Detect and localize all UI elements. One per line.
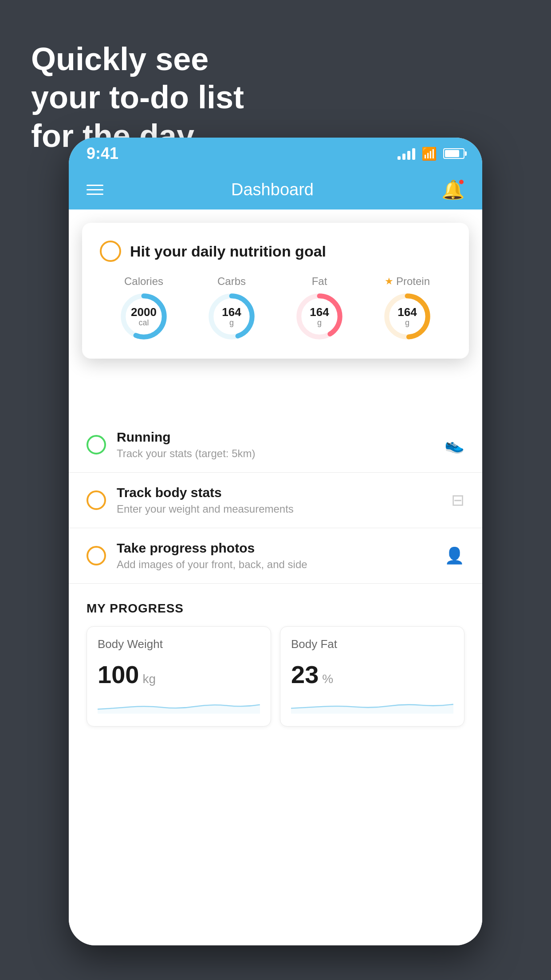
running-icon: 👟: [445, 435, 464, 454]
star-icon: ★: [385, 276, 394, 287]
body-weight-num: 100: [98, 660, 139, 689]
carbs-item: Carbs 164 g: [207, 275, 256, 341]
todo-list: Running Track your stats (target: 5km) 👟…: [69, 417, 482, 584]
body-weight-title: Body Weight: [98, 637, 260, 651]
body-fat-sparkline: [291, 696, 453, 714]
body-stats-info: Track body stats Enter your weight and m…: [117, 485, 441, 515]
fat-item: Fat 164 g: [295, 275, 344, 341]
body-fat-unit: %: [322, 672, 333, 686]
fat-label: Fat: [312, 275, 327, 288]
carbs-value: 164: [222, 306, 241, 319]
progress-cards: Body Weight 100 kg Body Fat 23 %: [87, 626, 464, 727]
fat-value: 164: [310, 306, 329, 319]
body-stats-sub: Enter your weight and measurements: [117, 503, 441, 515]
photos-info: Take progress photos Add images of your …: [117, 541, 434, 571]
list-item[interactable]: Running Track your stats (target: 5km) 👟: [69, 417, 482, 473]
nutrition-card: Hit your daily nutrition goal Calories 2…: [82, 223, 469, 359]
notification-badge: [458, 179, 464, 185]
body-fat-value: 23 %: [291, 660, 453, 689]
photos-sub: Add images of your front, back, and side: [117, 558, 434, 571]
calories-item: Calories 2000 cal: [119, 275, 168, 341]
nav-bar: Dashboard 🔔: [69, 170, 482, 209]
progress-header: MY PROGRESS: [87, 601, 464, 616]
status-icons: 📶: [398, 146, 464, 161]
menu-button[interactable]: [87, 185, 103, 195]
photos-checkbox[interactable]: [87, 546, 106, 565]
protein-label: ★ Protein: [385, 275, 430, 288]
carbs-chart: 164 g: [207, 292, 256, 341]
nutrition-card-title-row: Hit your daily nutrition goal: [100, 241, 451, 262]
calories-label: Calories: [124, 275, 163, 288]
running-info: Running Track your stats (target: 5km): [117, 430, 434, 460]
calories-chart: 2000 cal: [119, 292, 168, 341]
protein-value: 164: [398, 306, 417, 319]
body-fat-num: 23: [291, 660, 319, 689]
status-bar: 9:41 📶: [69, 138, 482, 170]
body-weight-unit: kg: [142, 672, 156, 686]
protein-unit: g: [398, 318, 417, 327]
running-checkbox[interactable]: [87, 435, 106, 454]
running-sub: Track your stats (target: 5km): [117, 447, 434, 460]
wifi-icon: 📶: [421, 146, 437, 161]
nutrition-checkbox[interactable]: [100, 241, 121, 262]
body-weight-value: 100 kg: [98, 660, 260, 689]
status-time: 9:41: [87, 144, 118, 163]
protein-item: ★ Protein 164 g: [383, 275, 432, 341]
body-stats-checkbox[interactable]: [87, 490, 106, 510]
body-weight-sparkline: [98, 696, 260, 714]
nutrition-row: Calories 2000 cal Carbs: [100, 275, 451, 341]
protein-chart: 164 g: [383, 292, 432, 341]
battery-icon: [443, 148, 464, 159]
body-stats-icon: ⊟: [451, 491, 464, 510]
calories-value: 2000: [131, 306, 157, 319]
body-fat-title: Body Fat: [291, 637, 453, 651]
notification-button[interactable]: 🔔: [441, 179, 464, 201]
nav-title: Dashboard: [231, 180, 314, 199]
body-stats-name: Track body stats: [117, 485, 441, 500]
body-fat-card[interactable]: Body Fat 23 %: [280, 626, 464, 727]
signal-icon: [398, 147, 415, 160]
calories-unit: cal: [131, 318, 157, 327]
running-name: Running: [117, 430, 434, 445]
fat-unit: g: [310, 318, 329, 327]
fat-chart: 164 g: [295, 292, 344, 341]
carbs-unit: g: [222, 318, 241, 327]
nutrition-card-title: Hit your daily nutrition goal: [130, 243, 326, 260]
photos-icon: 👤: [445, 546, 464, 565]
progress-section: MY PROGRESS Body Weight 100 kg Body Fat: [69, 584, 482, 735]
body-weight-card[interactable]: Body Weight 100 kg: [87, 626, 271, 727]
app-content: THINGS TO DO TODAY Hit your daily nutrit…: [69, 209, 482, 945]
phone-mockup: 9:41 📶 Dashboard 🔔 TH: [69, 138, 482, 945]
list-item[interactable]: Take progress photos Add images of your …: [69, 528, 482, 584]
list-item[interactable]: Track body stats Enter your weight and m…: [69, 473, 482, 528]
carbs-label: Carbs: [217, 275, 246, 288]
photos-name: Take progress photos: [117, 541, 434, 556]
